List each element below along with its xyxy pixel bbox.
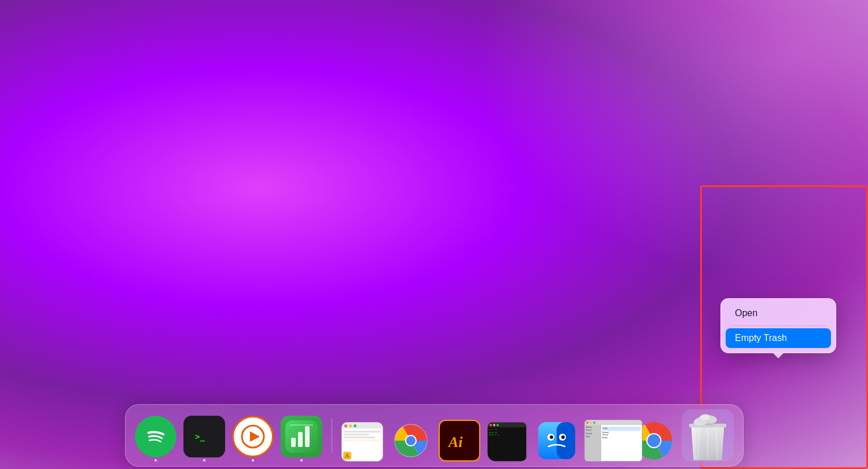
svg-text:>_: >_ (195, 432, 205, 442)
stack1-icon: ⚠ (341, 422, 383, 461)
desktop: Open Empty Trash (0, 0, 868, 469)
svg-rect-8 (298, 432, 303, 447)
dock-item-trash[interactable] (682, 409, 734, 461)
dock-item-stack3[interactable]: AirDrop Recent Desktop Apps Finder Termi… (584, 420, 626, 461)
dock-item-illustrator[interactable]: Ai (439, 420, 480, 461)
context-menu-empty-trash[interactable]: Empty Trash (726, 328, 831, 348)
trash-context-menu: Open Empty Trash (720, 298, 836, 353)
numbers-icon (281, 416, 322, 457)
trash-icon (682, 409, 734, 461)
chrome-small-icon (390, 420, 432, 461)
illustrator-icon: Ai (439, 420, 480, 461)
context-menu-divider (730, 325, 826, 326)
finder-icon (536, 420, 578, 461)
dock-item-stack2[interactable]: $ ls -la total 48 drwxr-xr-x (487, 420, 529, 461)
svg-point-25 (648, 434, 660, 447)
terminal-icon: >_ (183, 416, 225, 457)
dock-item-spotify[interactable] (135, 416, 176, 461)
infuse-icon (232, 416, 274, 457)
spotify-icon (135, 416, 176, 457)
svg-point-22 (561, 435, 565, 439)
terminal-dot (203, 459, 205, 461)
stack3-icon: AirDrop Recent Desktop Apps Finder Termi… (584, 420, 626, 461)
context-menu-open[interactable]: Open (726, 303, 831, 323)
svg-rect-7 (291, 438, 296, 447)
dock-separator (332, 418, 332, 453)
svg-rect-18 (557, 422, 575, 459)
dock-item-infuse[interactable] (232, 416, 274, 461)
dock-item-chrome-small[interactable] (390, 420, 432, 461)
stack2-icon: $ ls -la total 48 drwxr-xr-x (487, 420, 529, 461)
dock-item-numbers[interactable] (281, 416, 322, 461)
svg-point-13 (406, 436, 415, 445)
dock-item-finder[interactable] (536, 420, 578, 461)
numbers-dot (300, 459, 303, 461)
svg-point-21 (550, 435, 553, 439)
dock: >_ (125, 404, 744, 467)
svg-rect-9 (305, 426, 310, 447)
dock-item-terminal[interactable]: >_ (183, 416, 225, 461)
dock-item-stack1[interactable]: ⚠ (341, 422, 383, 461)
dock-wrapper: >_ (0, 404, 868, 469)
svg-text:Ai: Ai (447, 434, 463, 450)
svg-rect-17 (538, 422, 557, 459)
spotify-dot (155, 459, 157, 461)
infuse-dot (252, 459, 254, 461)
